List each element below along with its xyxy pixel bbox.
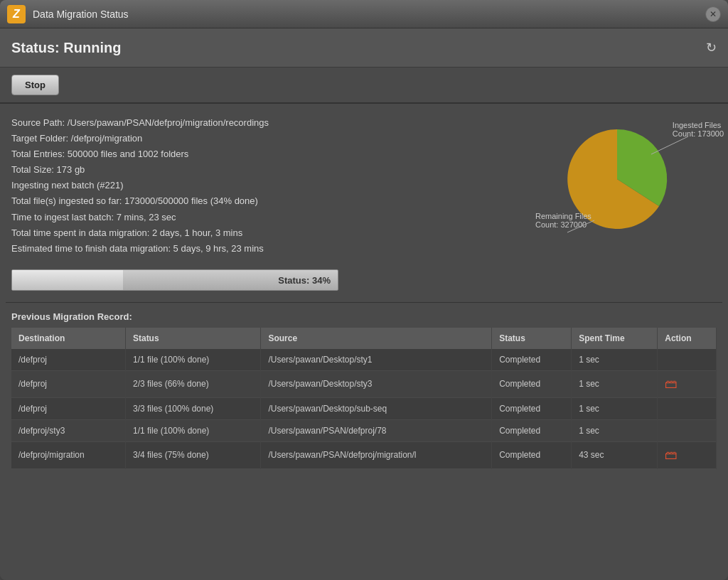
app-logo: Z <box>7 5 26 23</box>
status-bar: Status: Running ↻ <box>0 28 728 68</box>
col-status-right: Status <box>492 328 572 349</box>
cell-spent-time: 1 sec <box>572 419 658 441</box>
header-row: Destination Status Source Status Spent T… <box>11 328 717 349</box>
progress-bar-container: Status: 34% <box>11 269 717 291</box>
progress-bar-fill <box>12 270 123 290</box>
close-button[interactable]: ✕ <box>705 6 721 22</box>
table-row: /defproj/migration3/4 files (75% done)/U… <box>11 441 717 468</box>
table-row: /defproj3/3 files (100% done)/Users/pawa… <box>11 397 717 419</box>
progress-label: Status: 34% <box>278 274 331 285</box>
cell-source: /Users/pawan/PSAN/defproj/migration/l <box>261 441 492 468</box>
table-title: Previous Migration Record: <box>11 311 717 322</box>
cell-action[interactable]: 🗃 <box>658 441 717 468</box>
table-section: Previous Migration Record: Destination S… <box>0 303 728 478</box>
info-section: Source Path: /Users/pawan/PSAN/defproj/m… <box>0 104 728 264</box>
cell-status-right: Completed <box>492 441 572 468</box>
col-status-left: Status <box>125 328 260 349</box>
progress-bar: Status: 34% <box>11 269 338 291</box>
cell-status-right: Completed <box>492 370 572 397</box>
cell-status-left: 2/3 files (66% done) <box>125 370 260 397</box>
cell-action[interactable]: 🗃 <box>658 370 717 397</box>
total-entries: Total Entries: 500000 files and 1002 fol… <box>11 146 503 162</box>
cell-source: /Users/pawan/Desktop/sub-seq <box>261 397 492 419</box>
cell-status-right: Completed <box>492 349 572 371</box>
table-row: /defproj1/1 file (100% done)/Users/pawan… <box>11 349 717 371</box>
files-ingested: Total file(s) ingested so far: 173000/50… <box>11 193 503 209</box>
table-row: /defproj2/3 files (66% done)/Users/pawan… <box>11 370 717 397</box>
total-size: Total Size: 173 gb <box>11 162 503 178</box>
cell-action <box>658 397 717 419</box>
cell-spent-time: 1 sec <box>572 370 658 397</box>
cell-spent-time: 1 sec <box>572 397 658 419</box>
action-icon[interactable]: 🗃 <box>665 448 678 462</box>
cell-action <box>658 419 717 441</box>
cell-status-left: 1/1 file (100% done) <box>125 349 260 371</box>
col-action: Action <box>658 328 717 349</box>
cell-status-left: 3/4 files (75% done) <box>125 441 260 468</box>
cell-spent-time: 43 sec <box>572 441 658 468</box>
total-time: Total time spent in data migration: 2 da… <box>11 225 503 241</box>
status-title: Status: Running <box>11 40 121 56</box>
cell-source: /Users/pawan/Desktop/sty3 <box>261 370 492 397</box>
chart-area: Ingested Files Count: 173000 Remaining F… <box>518 115 717 257</box>
cell-action <box>658 349 717 371</box>
cell-status-right: Completed <box>492 397 572 419</box>
cell-destination: /defproj <box>11 370 125 397</box>
cell-status-right: Completed <box>492 419 572 441</box>
remaining-label: Remaining Files Count: 327000 <box>535 212 592 229</box>
cell-destination: /defproj/sty3 <box>11 419 125 441</box>
cell-destination: /defproj <box>11 397 125 419</box>
action-icon[interactable]: 🗃 <box>665 377 678 391</box>
cell-source: /Users/pawan/PSAN/defproj/78 <box>261 419 492 441</box>
cell-status-left: 1/1 file (100% done) <box>125 419 260 441</box>
stop-button[interactable]: Stop <box>11 75 59 95</box>
refresh-icon[interactable]: ↻ <box>706 40 717 55</box>
cell-destination: /defproj/migration <box>11 441 125 468</box>
cell-status-left: 3/3 files (100% done) <box>125 397 260 419</box>
main-content: Source Path: /Users/pawan/PSAN/defproj/m… <box>0 104 728 580</box>
cell-source: /Users/pawan/Desktop/sty1 <box>261 349 492 371</box>
cell-destination: /defproj <box>11 349 125 371</box>
main-window: Z Data Migration Status ✕ Status: Runnin… <box>0 0 728 580</box>
title-bar: Z Data Migration Status ✕ <box>0 0 728 28</box>
info-text: Source Path: /Users/pawan/PSAN/defproj/m… <box>11 115 503 257</box>
migration-table: Destination Status Source Status Spent T… <box>11 328 717 469</box>
cell-spent-time: 1 sec <box>572 349 658 371</box>
source-path: Source Path: /Users/pawan/PSAN/defproj/m… <box>11 115 503 131</box>
estimated-time: Estimated time to finish data migration:… <box>11 241 503 257</box>
target-folder: Target Folder: /defproj/migration <box>11 131 503 146</box>
table-header: Destination Status Source Status Spent T… <box>11 328 717 349</box>
ingesting-batch: Ingesting next batch (#221) <box>11 178 503 193</box>
ingested-label: Ingested Files Count: 173000 <box>673 121 724 138</box>
window-title: Data Migration Status <box>33 9 705 20</box>
pie-chart-wrapper: Ingested Files Count: 173000 Remaining F… <box>546 115 688 243</box>
col-spent-time: Spent Time <box>572 328 658 349</box>
control-bar: Stop <box>0 68 728 104</box>
time-last-batch: Time to ingest last batch: 7 mins, 23 se… <box>11 210 503 225</box>
col-source: Source <box>261 328 492 349</box>
table-row: /defproj/sty31/1 file (100% done)/Users/… <box>11 419 717 441</box>
col-destination: Destination <box>11 328 125 349</box>
table-body: /defproj1/1 file (100% done)/Users/pawan… <box>11 349 717 469</box>
